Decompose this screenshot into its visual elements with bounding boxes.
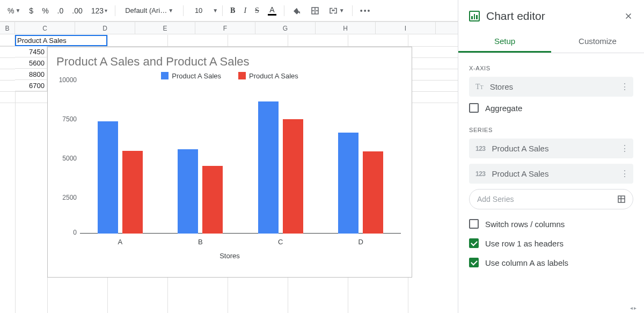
col-header-d[interactable]: D xyxy=(75,22,135,34)
sheet-area[interactable]: duct A Sales Product A Sales 7450 5600 8… xyxy=(0,35,458,313)
grid-icon xyxy=(617,194,626,204)
format-percent2-button[interactable]: % xyxy=(39,3,52,18)
cell-b3[interactable]: 5600 xyxy=(15,57,47,69)
y-axis: 0 2500 5000 7500 10000 xyxy=(53,80,79,237)
italic-button[interactable]: I xyxy=(240,3,250,18)
embedded-chart[interactable]: Product A Sales and Product A Sales Prod… xyxy=(47,47,412,278)
chevron-down-icon: ▼ xyxy=(15,8,20,13)
series-section-label: SERIES xyxy=(469,127,633,133)
row1-headers-row: Use row 1 as headers xyxy=(469,238,633,248)
cell-b5[interactable]: 6700 xyxy=(15,80,47,91)
separator xyxy=(284,5,284,16)
chart-plot-area: 0 2500 5000 7500 10000 ABCD xyxy=(80,83,401,234)
close-sidebar-button[interactable] xyxy=(624,11,633,21)
borders-button[interactable] xyxy=(307,3,323,18)
format-currency-button[interactable]: $ xyxy=(26,3,36,18)
aggregate-label: Aggregate xyxy=(485,104,522,113)
switch-rows-cols-row: Switch rows / columns xyxy=(469,219,633,229)
cell-b1[interactable]: duct A Sales xyxy=(0,35,15,46)
decrease-decimal-button[interactable]: .0 xyxy=(54,3,67,18)
series-chip-1[interactable]: 123 Product A Sales ⋮ xyxy=(469,164,633,184)
tab-customize[interactable]: Customize xyxy=(551,30,644,53)
sidebar-title: Chart editor xyxy=(486,10,545,23)
cell-c1-selected[interactable]: Product A Sales xyxy=(15,35,107,46)
chart-editor-sidebar: Chart editor Setup Customize X-AXIS TT S… xyxy=(458,0,644,313)
legend-item-0: Product A Sales xyxy=(161,72,221,80)
separator xyxy=(222,5,223,16)
text-type-icon: TT xyxy=(475,83,484,91)
col-header-c[interactable]: C xyxy=(15,22,75,34)
cell-b4[interactable]: 8800 xyxy=(15,69,47,80)
col-header-i[interactable]: I xyxy=(376,22,436,34)
add-series-button[interactable]: Add Series xyxy=(469,189,633,209)
col-header-e[interactable]: E xyxy=(135,22,195,34)
font-family-select[interactable]: Default (Ari…▼ xyxy=(120,3,179,18)
xaxis-chip[interactable]: TT Stores ⋮ xyxy=(469,77,633,97)
number-type-icon: 123 xyxy=(475,145,486,152)
borders-icon xyxy=(310,6,320,16)
format-percent-button[interactable]: %▼ xyxy=(4,3,24,18)
row1-label: Use row 1 as headers xyxy=(485,239,564,248)
chart-title: Product A Sales and Product A Sales xyxy=(48,47,412,72)
col-header-f[interactable]: F xyxy=(195,22,255,34)
chevron-down-icon: ▾ xyxy=(105,8,107,13)
chevron-down-icon: ▼ xyxy=(339,8,345,13)
bar-groups: ABCD xyxy=(80,83,401,234)
col-header-g[interactable]: G xyxy=(255,22,316,34)
sidebar-header: Chart editor xyxy=(458,0,644,30)
chart-editor-icon xyxy=(469,11,480,21)
cola-labels-row: Use column A as labels xyxy=(469,258,633,267)
separator xyxy=(352,5,353,16)
series-0-name: Product A Sales xyxy=(492,144,549,153)
font-size-select[interactable]: 10 xyxy=(188,3,209,18)
chevron-down-icon: ▼ xyxy=(168,8,173,13)
xaxis-value: Stores xyxy=(490,82,513,91)
merge-cells-button[interactable]: ▼ xyxy=(325,3,348,18)
toolbar-overflow-button[interactable]: ••• xyxy=(357,3,375,18)
cola-label: Use column A as labels xyxy=(485,258,568,267)
legend-swatch-blue xyxy=(161,72,169,79)
bold-button[interactable]: B xyxy=(227,3,238,18)
chart-legend: Product A Sales Product A Sales xyxy=(48,72,412,83)
aggregate-row: Aggregate xyxy=(469,103,633,113)
sidebar-body: X-AXIS TT Stores ⋮ Aggregate SERIES 123 … xyxy=(458,53,644,276)
switch-rows-cols-checkbox[interactable] xyxy=(469,219,479,229)
col-header-b[interactable]: B xyxy=(0,22,15,34)
chevron-down-icon: ▼ xyxy=(213,8,218,13)
series-0-more-button[interactable]: ⋮ xyxy=(620,143,629,154)
series-1-name: Product A Sales xyxy=(492,169,549,178)
x-axis-title: Stores xyxy=(48,252,412,260)
sidebar-tabs: Setup Customize xyxy=(458,30,644,53)
increase-decimal-button[interactable]: .00 xyxy=(69,3,85,18)
legend-swatch-red xyxy=(238,72,246,79)
close-icon xyxy=(624,11,633,21)
tab-setup[interactable]: Setup xyxy=(458,30,551,53)
switch-label: Switch rows / columns xyxy=(485,220,565,229)
text-color-button[interactable]: A xyxy=(265,3,280,18)
separator xyxy=(183,5,184,16)
xaxis-more-button[interactable]: ⋮ xyxy=(620,82,629,92)
cell-b2[interactable]: 7450 xyxy=(15,46,47,57)
legend-item-1: Product A Sales xyxy=(238,72,298,80)
underline-bar xyxy=(268,14,276,16)
aggregate-checkbox[interactable] xyxy=(469,103,479,113)
series-1-more-button[interactable]: ⋮ xyxy=(620,169,629,179)
number-type-icon: 123 xyxy=(475,170,486,178)
cola-labels-checkbox[interactable] xyxy=(469,258,479,267)
row1-headers-checkbox[interactable] xyxy=(469,238,479,248)
sheet-nav-arrows[interactable]: ◂ ▸ xyxy=(623,302,644,313)
fill-color-button[interactable] xyxy=(289,3,305,18)
more-formats-button[interactable]: 123▾ xyxy=(88,3,111,18)
add-series-label: Add Series xyxy=(477,195,514,203)
strikethrough-button[interactable]: S xyxy=(252,3,262,18)
series-chip-0[interactable]: 123 Product A Sales ⋮ xyxy=(469,139,633,158)
col-header-h[interactable]: H xyxy=(316,22,376,34)
xaxis-section-label: X-AXIS xyxy=(469,65,633,71)
paint-bucket-icon xyxy=(292,6,302,16)
merge-icon xyxy=(328,6,338,16)
separator xyxy=(115,5,115,16)
